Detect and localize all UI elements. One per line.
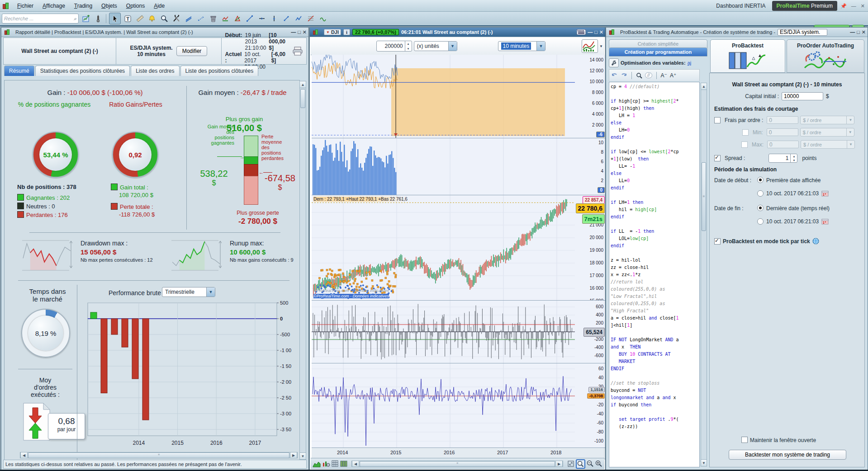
print-icon[interactable] — [289, 47, 306, 56]
comment-icon[interactable]: // — [645, 72, 652, 78]
max-checkbox[interactable] — [741, 141, 748, 148]
tab-creation-programmation[interactable]: Création par programmation — [609, 47, 707, 57]
units-select[interactable]: (x) unités▼ — [414, 41, 457, 51]
calendar-icon[interactable] — [821, 218, 829, 225]
spread-checkbox[interactable] — [714, 155, 721, 161]
tab-statistiques-des-positions-cl-tur-es[interactable]: Statistiques des positions clôturées — [35, 66, 130, 76]
trend-line-icon[interactable] — [244, 13, 255, 24]
text-icon[interactable]: T — [122, 13, 133, 24]
menu-affichage[interactable]: Affichage — [38, 1, 70, 10]
menu-objets[interactable]: Objets — [97, 1, 122, 10]
zoom-box-icon[interactable] — [576, 459, 585, 469]
symbol-select[interactable]: ▼DJI — [324, 29, 341, 35]
columns-icon[interactable] — [340, 460, 347, 467]
volume-panel[interactable]: 10864200 — [312, 138, 605, 195]
min-unit-select[interactable]: $ / ordre▼ — [800, 128, 854, 137]
wrench-icon[interactable] — [609, 58, 619, 67]
segment-icon[interactable] — [281, 13, 292, 24]
modify-button[interactable]: Modifier — [176, 46, 208, 56]
tick-mode-row[interactable]: ProBacktest en mode tick par tick — [714, 238, 819, 245]
font-increase-icon[interactable]: A⁺ — [670, 72, 676, 79]
maximize-icon[interactable]: □ — [594, 29, 598, 35]
triangle-pattern-icon[interactable] — [232, 13, 243, 24]
capital-input[interactable] — [782, 92, 823, 100]
dotted-segment-icon[interactable] — [195, 13, 206, 24]
zoom-out-icon[interactable] — [587, 460, 594, 467]
close-icon[interactable]: ✕ — [303, 29, 307, 35]
mini-overview-panel[interactable]: 14 00012 00010 0008 0006 0004 0002 000-6 — [312, 55, 605, 138]
link-orders-icon[interactable] — [92, 13, 103, 24]
expand-icon[interactable] — [567, 460, 574, 467]
chart-hscrollbar[interactable]: ◀ ≡ ▶ — [351, 461, 563, 467]
minimize-icon[interactable]: — — [291, 29, 296, 35]
chart-titlebar[interactable]: ▼DJI i 22 780,6 (+0,07%) 06:21:01 Wall S… — [310, 28, 605, 37]
oscillator-1-panel[interactable]: 600400200-200-400-60065,524 — [312, 301, 605, 363]
fibonacci-icon[interactable] — [305, 13, 316, 24]
minimize-icon[interactable]: — — [850, 3, 858, 9]
date-debut-option2[interactable]: 10 oct. 2017 06:21:03 — [757, 190, 829, 197]
tab-liste-des-positions-cl-tur-es[interactable]: Liste des positions clôturées — [180, 66, 259, 76]
spread-stepper[interactable]: 1▲▼ — [768, 154, 797, 163]
oscillator-2-panel[interactable]: 604020-20-40-60-80-1001,1516-0,3708 — [312, 363, 605, 448]
date-fin-option1[interactable]: Dernière date (temps réel) — [757, 205, 830, 212]
min-input[interactable] — [767, 128, 798, 136]
magnifier-icon[interactable] — [159, 13, 170, 24]
area-chart-icon[interactable] — [313, 460, 321, 467]
tab-dashboard-inertia[interactable]: Dashboard INERTIA — [711, 1, 770, 11]
calendar-icon[interactable] — [821, 190, 829, 197]
max-unit-select[interactable]: $ / ordre▼ — [801, 140, 855, 149]
close-icon[interactable]: ✕ — [862, 29, 866, 35]
search-code-icon[interactable] — [636, 72, 642, 79]
tab-liste-des-ordres[interactable]: Liste des ordres — [131, 66, 179, 76]
chart-settings-icon[interactable] — [322, 460, 330, 467]
optimization-add-link[interactable]: aj — [688, 60, 692, 66]
frais-unit-select[interactable]: $ / ordre▼ — [800, 116, 854, 124]
code-vscrollbar[interactable]: ▲≡ ▼ — [701, 83, 707, 466]
maximize-icon[interactable]: □ — [857, 29, 860, 35]
alert-bell-icon[interactable] — [147, 13, 157, 24]
quantity-stepper[interactable]: 200000▲▼ — [376, 41, 412, 52]
date-fin-option2[interactable]: 10 oct. 2017 06:21:03 — [757, 218, 829, 225]
ruler-icon[interactable] — [134, 13, 145, 24]
menu-aide[interactable]: Aide — [149, 1, 169, 10]
max-input[interactable] — [767, 141, 799, 148]
tools-icon[interactable] — [171, 13, 182, 24]
backtest-button[interactable]: Backtester mon système de trading — [729, 450, 846, 460]
min-checkbox[interactable] — [742, 129, 749, 136]
parallel-lines-icon[interactable] — [183, 13, 194, 24]
redo-icon[interactable] — [621, 73, 627, 78]
close-icon[interactable]: ✕ — [859, 3, 866, 9]
probacktest-titlebar[interactable]: ProBacktest & Trading Automatique - Créa… — [606, 28, 868, 37]
menu-trading[interactable]: Trading — [70, 1, 97, 10]
polyline-icon[interactable] — [293, 13, 304, 24]
timeframe-select[interactable]: 10 minutes▼ — [498, 41, 546, 51]
main-price-panel[interactable]: 21 00020 00019 00018 00017 00016 00015 0… — [312, 195, 605, 301]
tab-proorder-autotrading[interactable]: ProOrder AutoTrading — [787, 39, 864, 73]
tab-r-sum-[interactable]: Résumé — [4, 66, 34, 76]
pointer-icon[interactable] — [109, 13, 121, 24]
pin-icon[interactable]: 📌 — [839, 3, 848, 9]
keyboard-icon[interactable] — [577, 29, 586, 35]
menu-options[interactable]: Options — [122, 1, 149, 10]
system-name-input[interactable] — [778, 29, 827, 36]
minimize-icon[interactable]: — — [850, 29, 855, 35]
horizontal-line-icon[interactable] — [256, 13, 267, 24]
keep-open-row[interactable]: Maintenir la fenêtre ouverte — [741, 437, 816, 443]
zigzag-icon[interactable] — [220, 13, 231, 24]
date-debut-option1[interactable]: Première date affichée — [757, 177, 821, 184]
chart-style-button[interactable]: ▼ — [582, 39, 604, 53]
trash-icon[interactable] — [208, 13, 218, 24]
vertical-line-icon[interactable] — [269, 13, 280, 24]
close-icon[interactable]: ✕ — [599, 29, 603, 35]
maximize-icon[interactable]: □ — [298, 29, 301, 35]
wave-icon[interactable] — [318, 13, 328, 24]
tab-creation-simplifiee[interactable]: Création simplifiée — [609, 39, 707, 48]
tab-probacktest[interactable]: ProBacktest — [710, 39, 785, 73]
minimize-icon[interactable]: — — [588, 29, 593, 35]
report-hscrollbar[interactable]: ◀ ≡ ▶ — [20, 452, 298, 458]
perf-period-select[interactable]: Trimestrielle▼ — [162, 287, 215, 297]
search-input[interactable]: Recherche ...⌕ — [2, 14, 79, 24]
grid-icon[interactable] — [332, 460, 339, 467]
info-icon[interactable]: i — [343, 29, 350, 35]
code-editor[interactable]: cp = 4 //(default) if high[cp] >= highes… — [609, 82, 700, 467]
